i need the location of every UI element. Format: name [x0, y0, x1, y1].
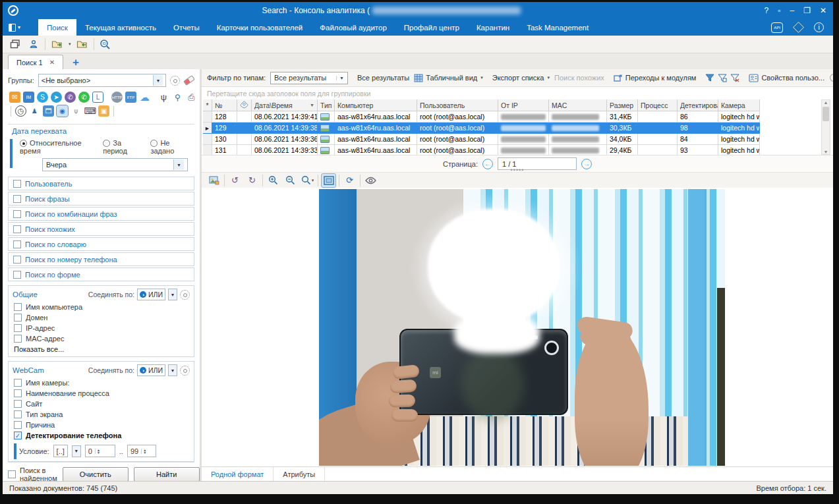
telegram-icon[interactable]: ➤: [51, 92, 62, 103]
save-image-icon[interactable]: [207, 174, 221, 187]
device-search-icon[interactable]: ⚲: [172, 92, 183, 103]
webcam-settings-icon[interactable]: [180, 366, 190, 376]
date-preset-select[interactable]: Вчера ▼: [42, 158, 188, 171]
scrollbar-thumb[interactable]: [823, 107, 829, 121]
user-properties-button[interactable]: Свойства пользо...: [749, 74, 825, 82]
folder-watch-icon[interactable]: ▣: [98, 105, 109, 117]
chat-history-button[interactable]: История переписки: [829, 73, 833, 82]
chevron-down-icon[interactable]: ▼: [153, 75, 163, 86]
search-box-user[interactable]: Пользователь: [8, 177, 194, 190]
radio-relative-time[interactable]: Относительное время: [20, 139, 95, 155]
goto-modules-button[interactable]: Переходы к модулям: [614, 74, 697, 82]
rotate-right-icon[interactable]: ↻: [245, 174, 259, 187]
maximize-button[interactable]: ❐: [803, 6, 811, 15]
export-list-button[interactable]: Экспорт списка▾: [492, 74, 550, 82]
table-row[interactable]: 128 08.06.2021 14:39:41 aas-w81x64ru.aas…: [203, 111, 833, 123]
condition-from-input[interactable]: 0▲▼: [85, 445, 115, 457]
zoom-out-icon[interactable]: [283, 174, 297, 187]
table-view-button[interactable]: Табличный вид▾: [414, 74, 483, 82]
search-in-found-checkbox[interactable]: Поиск в найденном: [8, 466, 57, 481]
export-folder-caret[interactable]: ▾: [69, 42, 71, 47]
checkbox[interactable]: [13, 195, 21, 203]
export-folder-icon[interactable]: [49, 37, 64, 51]
clear-groups-icon[interactable]: [183, 75, 195, 86]
whatsapp-icon[interactable]: ✆: [78, 92, 90, 103]
check-ip-address[interactable]: IP-адрес: [14, 324, 188, 332]
check-process-name[interactable]: Наименование процесса: [14, 389, 188, 397]
common-settings-icon[interactable]: [180, 290, 190, 300]
show-all-link[interactable]: Показать все...: [14, 345, 188, 353]
common-join-select[interactable]: ◑ИЛИ: [137, 289, 165, 300]
check-phone-detection[interactable]: ✓Детектирование телефона: [14, 432, 188, 439]
zoom-in-icon[interactable]: [266, 174, 280, 187]
search-box-phrase[interactable]: Поиск фразы: [8, 192, 194, 206]
tab-quarantine[interactable]: Карантин: [468, 19, 518, 36]
help-button[interactable]: ?: [765, 6, 769, 15]
condition-to-input[interactable]: 99▲▼: [127, 445, 156, 457]
info-icon[interactable]: i: [814, 22, 824, 32]
lync-icon[interactable]: L: [92, 92, 103, 103]
search-box-similar[interactable]: Поиск похожих: [8, 222, 194, 236]
chevron-down-icon[interactable]: ▼: [173, 159, 184, 170]
checkbox[interactable]: [13, 271, 21, 279]
search-similar-button[interactable]: Поиск похожих: [554, 74, 604, 82]
skype-icon[interactable]: S: [37, 92, 48, 103]
checkbox[interactable]: [13, 210, 21, 218]
usb-icon[interactable]: ψ: [158, 92, 169, 103]
chevron-down-icon[interactable]: ▼: [168, 289, 177, 300]
fit-to-window-icon[interactable]: [322, 174, 335, 187]
user-search-icon[interactable]: [26, 37, 41, 51]
cloud-icon[interactable]: ☁: [139, 92, 150, 103]
refresh-icon[interactable]: ⟳: [343, 174, 357, 187]
filter-clear-icon[interactable]: [730, 73, 739, 82]
microphone-icon[interactable]: ⍦: [71, 105, 82, 117]
search-tab-1[interactable]: Поиск 1 ✕: [8, 55, 63, 69]
radio-period[interactable]: За период: [103, 139, 142, 155]
printer-icon[interactable]: ⎙: [186, 92, 197, 103]
clear-button[interactable]: Очистить: [63, 467, 129, 481]
table-row[interactable]: 130 08.06.2021 14:39:36 aas-w81x64ru.aas…: [203, 134, 833, 145]
check-computer-name[interactable]: Имя компьютера: [14, 303, 188, 311]
import-folder-icon[interactable]: [75, 37, 90, 51]
filter-edit-icon[interactable]: [718, 73, 727, 82]
table-row-selected[interactable]: ▸ 129 08.06.2021 14:39:38 aas-w81x64ru.a…: [203, 123, 833, 134]
close-tab-icon[interactable]: ✕: [49, 59, 55, 66]
clock-icon[interactable]: ◷: [15, 105, 26, 117]
user-activity-icon[interactable]: ♟: [29, 105, 40, 117]
groups-select[interactable]: <Не выбрано> ▼: [38, 74, 166, 87]
page-input[interactable]: 1 / 1: [498, 157, 577, 170]
filter-apply-icon[interactable]: [705, 73, 714, 82]
api-icon[interactable]: API: [771, 22, 783, 33]
table-header-row[interactable]: * № Дата\Время▼ Тип фа Компьютер Пользов…: [203, 99, 833, 111]
checkbox[interactable]: [13, 240, 21, 248]
cascade-windows-icon[interactable]: [8, 37, 22, 51]
http-icon[interactable]: HTTP: [111, 92, 123, 103]
splitter-handle[interactable]: •••••: [511, 167, 525, 173]
table-scrollbar[interactable]: ▲▼: [821, 99, 830, 155]
condition-operator-select[interactable]: [..]: [53, 445, 68, 457]
groups-settings-icon[interactable]: [170, 76, 180, 86]
chevron-down-icon[interactable]: ▼: [72, 445, 81, 457]
minimize-button[interactable]: –: [790, 6, 794, 15]
ftp-icon[interactable]: FTP: [125, 92, 136, 103]
tab-profile-center[interactable]: Профайл центр: [395, 19, 468, 36]
tab-reports[interactable]: Отчеты: [165, 19, 208, 36]
add-tab-button[interactable]: +: [72, 56, 79, 69]
checkbox[interactable]: [13, 256, 21, 264]
main-menu-button[interactable]: ▾: [3, 19, 26, 36]
close-button[interactable]: ✕: [820, 6, 826, 15]
view-eye-icon[interactable]: [364, 174, 378, 187]
check-screen-type[interactable]: Тип экрана: [14, 410, 188, 418]
tab-task-management[interactable]: Task Management: [518, 19, 597, 36]
search-by-id-icon[interactable]: ID: [98, 37, 113, 51]
webcam-icon[interactable]: ◉: [57, 105, 68, 117]
radio-not-set[interactable]: Не задано: [150, 139, 190, 155]
tab-attributes[interactable]: Атрибуты: [274, 467, 325, 481]
prev-page-icon[interactable]: ←: [482, 159, 493, 169]
check-site[interactable]: Сайт: [14, 400, 188, 408]
mail-icon[interactable]: ✉: [9, 92, 20, 103]
tab-poisk[interactable]: Поиск: [38, 19, 76, 36]
search-box-dictionary[interactable]: Поиск по словарю: [8, 237, 194, 251]
viber-icon[interactable]: ✆: [65, 92, 76, 103]
im-icon[interactable]: IM: [23, 92, 34, 103]
